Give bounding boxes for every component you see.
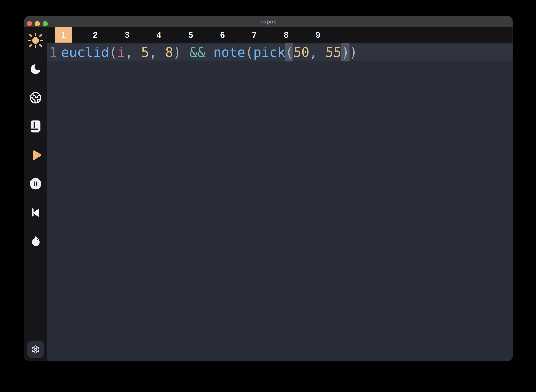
zoom-button[interactable] xyxy=(43,21,48,26)
sidebar xyxy=(24,27,47,361)
window-title: Topos xyxy=(260,19,277,25)
active-line: 1 euclid(i, 5, 8) && note(pick(50, 55)) xyxy=(47,44,512,61)
code-token: , xyxy=(309,45,325,60)
code-token: , xyxy=(125,45,141,60)
play-button[interactable] xyxy=(26,145,46,165)
matched-bracket: ) xyxy=(341,43,349,61)
code-token: euclid xyxy=(61,45,109,60)
skip-back-button[interactable] xyxy=(26,202,46,222)
tab-8[interactable]: 8 xyxy=(278,27,295,42)
code-token: 8 xyxy=(165,45,173,60)
gear-icon xyxy=(31,345,40,354)
tab-2[interactable]: 2 xyxy=(87,27,104,42)
code-token: ( xyxy=(245,45,254,60)
moon-icon xyxy=(29,63,42,75)
app-window: Topos xyxy=(24,16,512,361)
close-button[interactable] xyxy=(27,21,32,26)
code-token: pick xyxy=(253,45,285,60)
earth-button[interactable] xyxy=(26,88,46,108)
skip-back-icon xyxy=(30,207,41,218)
code-token: 50 xyxy=(293,45,309,60)
sun-icon xyxy=(27,32,44,49)
earth-icon xyxy=(29,92,42,104)
tab-7[interactable]: 7 xyxy=(246,27,263,42)
code-token: 55 xyxy=(325,45,341,60)
titlebar[interactable]: Topos xyxy=(24,16,512,27)
code-token: i xyxy=(117,45,125,60)
tab-bar: 123456789 xyxy=(47,27,512,42)
code-editor[interactable]: 1 euclid(i, 5, 8) && note(pick(50, 55)) xyxy=(47,42,512,361)
settings-button[interactable] xyxy=(27,341,44,358)
code-token xyxy=(205,45,213,60)
book-icon xyxy=(29,120,43,133)
code-token: && xyxy=(189,45,205,60)
main-panel: 123456789 1 euclid(i, 5, 8) && note(pick… xyxy=(47,27,512,361)
tab-3[interactable]: 3 xyxy=(119,27,136,42)
tab-4[interactable]: 4 xyxy=(150,27,167,42)
desktop-background: Topos xyxy=(0,0,536,392)
sun-button[interactable] xyxy=(26,31,46,51)
code-token: note xyxy=(213,45,245,60)
tab-6[interactable]: 6 xyxy=(214,27,231,42)
code-token: 5 xyxy=(141,45,149,60)
pause-icon xyxy=(29,177,42,190)
code-token: , xyxy=(149,45,165,60)
code-token: ( xyxy=(109,45,117,60)
flame-icon xyxy=(29,235,42,247)
minimize-button[interactable] xyxy=(35,21,40,26)
line-number: 1 xyxy=(49,44,57,61)
pause-button[interactable] xyxy=(26,174,46,194)
traffic-lights xyxy=(27,21,48,26)
tab-1[interactable]: 1 xyxy=(55,27,72,42)
tab-5[interactable]: 5 xyxy=(182,27,199,42)
window-body: 123456789 1 euclid(i, 5, 8) && note(pick… xyxy=(24,27,512,361)
code-token: ) xyxy=(349,45,358,60)
code-token: ) xyxy=(173,45,189,60)
code-line: euclid(i, 5, 8) && note(pick(50, 55)) xyxy=(61,44,358,61)
tab-9[interactable]: 9 xyxy=(309,27,326,42)
moon-button[interactable] xyxy=(26,59,46,79)
play-icon xyxy=(29,149,42,162)
book-button[interactable] xyxy=(26,117,46,136)
matched-bracket: ( xyxy=(285,43,293,61)
flame-button[interactable] xyxy=(26,231,46,251)
